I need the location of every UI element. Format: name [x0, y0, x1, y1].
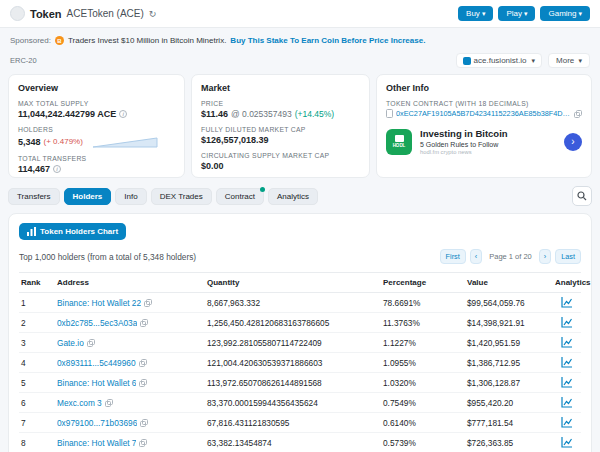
- top-bar: Token ACEToken (ACE) ↻ Buy▾ Play▾ Gaming…: [0, 0, 600, 28]
- price-label: Price: [201, 100, 360, 107]
- address-link[interactable]: Gate.io: [57, 338, 84, 348]
- pagination-next[interactable]: ›: [539, 249, 551, 264]
- tab-transfers[interactable]: Transfers: [8, 188, 60, 205]
- market-title: Market: [201, 83, 360, 93]
- value-cell: $955,420.20: [467, 398, 555, 408]
- table-header: Rank Address Quantity Percentage Value A…: [19, 272, 581, 293]
- copy-icon[interactable]: [139, 439, 147, 447]
- address-link[interactable]: 0x893111...5c449960: [57, 358, 136, 368]
- more-button[interactable]: More ▾: [548, 53, 590, 68]
- quantity-cell: 123,992.281055807114722409: [207, 338, 383, 348]
- tab-info[interactable]: Info: [115, 188, 146, 205]
- line-chart-icon[interactable]: [561, 317, 573, 328]
- website-dropdown[interactable]: ace.fusionist.io ▾: [456, 53, 542, 68]
- max-supply-value: 11,044,242.442799 ACE: [18, 109, 116, 119]
- line-chart-icon[interactable]: [561, 437, 573, 448]
- search-button[interactable]: [572, 186, 592, 206]
- token-holders-chart-button[interactable]: Token Holders Chart: [19, 223, 126, 240]
- tab-holders[interactable]: Holders: [64, 188, 112, 205]
- line-chart-icon[interactable]: [561, 357, 573, 368]
- sponsored-text: Traders Invest $10 Million in Bitcoin Mi…: [68, 36, 226, 45]
- info-icon[interactable]: i: [119, 110, 127, 118]
- value-cell: $726,363.85: [467, 438, 555, 448]
- contract-address-link[interactable]: 0xEC27AF19105A5B7D42341152236AE85b38F4D5…: [396, 109, 571, 118]
- col-address: Address: [57, 278, 207, 287]
- address-link[interactable]: Binance: Hot Wallet 6: [57, 378, 136, 388]
- quantity-cell: 8,667,963.332: [207, 298, 383, 308]
- analytics-cell: [555, 377, 579, 388]
- sponsored-banner: Sponsored: B Traders Invest $10 Million …: [8, 33, 592, 51]
- pagination-first[interactable]: First: [440, 249, 466, 264]
- tab-contract[interactable]: Contract: [216, 188, 264, 205]
- address-cell: Binance: Hot Wallet 7: [57, 438, 207, 448]
- line-chart-icon[interactable]: [561, 297, 573, 308]
- chart-button-label: Token Holders Chart: [40, 227, 118, 236]
- col-analytics: Analytics: [555, 278, 591, 287]
- gaming-button[interactable]: Gaming▾: [540, 6, 590, 21]
- copy-icon[interactable]: [144, 299, 152, 307]
- verified-dot-badge: [260, 187, 265, 192]
- refresh-icon[interactable]: ↻: [149, 9, 157, 19]
- ad-title: Investing in Bitcoin: [420, 128, 556, 139]
- tab-dex-trades[interactable]: DEX Trades: [151, 188, 212, 205]
- chevron-down-icon: ▾: [578, 10, 582, 17]
- address-cell: Gate.io: [57, 338, 207, 348]
- percentage-value: 1.1227%: [383, 338, 453, 348]
- percentage-cell: 1.0955%: [383, 358, 467, 368]
- max-supply-label: Max Total Supply: [18, 100, 175, 107]
- col-percentage: Percentage: [383, 278, 467, 287]
- holders-sparkline: [92, 135, 158, 148]
- quantity-cell: 113,972.650708626144891568: [207, 378, 383, 388]
- holders-table-body: 1 Binance: Hot Wallet 22 8,667,963.332 7…: [19, 293, 581, 452]
- pagination-last[interactable]: Last: [555, 249, 581, 264]
- address-link[interactable]: 0x979100...71b03696: [57, 418, 137, 428]
- tab-analytics[interactable]: Analytics: [268, 188, 318, 205]
- quantity-cell: 1,256,450.428120683163786605: [207, 318, 383, 328]
- quantity-cell: 83,370.000159944356435624: [207, 398, 383, 408]
- copy-icon[interactable]: [140, 419, 148, 427]
- line-chart-icon[interactable]: [561, 397, 573, 408]
- circulating-cap-label: Circulating Supply Market Cap: [201, 152, 360, 159]
- ad-next-button[interactable]: ›: [564, 133, 582, 151]
- address-link[interactable]: 0xb2c785...5ec3A03a: [57, 318, 137, 328]
- transfers-value: 114,467: [18, 164, 50, 174]
- sponsored-link[interactable]: Buy This Stake To Earn Coin Before Price…: [230, 36, 425, 45]
- rank-cell: 5: [21, 378, 57, 388]
- buy-button[interactable]: Buy▾: [458, 6, 493, 21]
- copy-icon[interactable]: [139, 379, 147, 387]
- copy-icon[interactable]: [87, 339, 95, 347]
- analytics-cell: [555, 357, 579, 368]
- address-link[interactable]: Binance: Hot Wallet 22: [57, 298, 141, 308]
- info-icon[interactable]: i: [53, 165, 61, 173]
- percentage-cell: 1.1227%: [383, 338, 467, 348]
- line-chart-icon[interactable]: [561, 417, 573, 428]
- chevron-down-icon: ▾: [578, 57, 582, 64]
- gaming-label: Gaming: [548, 9, 576, 18]
- copy-icon[interactable]: [140, 319, 148, 327]
- value-cell: $99,564,059.76: [467, 298, 555, 308]
- percentage-value: 78.6691%: [383, 298, 453, 308]
- copy-icon[interactable]: [574, 110, 582, 118]
- address-cell: Binance: Hot Wallet 6: [57, 378, 207, 388]
- address-link[interactable]: Mexc.com 3: [57, 398, 102, 408]
- play-button[interactable]: Play▾: [498, 6, 535, 21]
- pagination-prev[interactable]: ‹: [470, 249, 482, 264]
- line-chart-icon[interactable]: [561, 377, 573, 388]
- copy-icon[interactable]: [105, 399, 113, 407]
- ad-banner[interactable]: HODL Investing in Bitcoin 5 Golden Rules…: [386, 126, 582, 157]
- percentage-value: 0.6140%: [383, 418, 453, 428]
- line-chart-icon[interactable]: [561, 337, 573, 348]
- copy-icon[interactable]: [139, 359, 147, 367]
- play-label: Play: [506, 9, 522, 18]
- percentage-cell: 1.0320%: [383, 378, 467, 388]
- pagination-info: Page 1 of 20: [486, 252, 535, 261]
- percentage-cell: 0.7549%: [383, 398, 467, 408]
- sponsored-label: Sponsored:: [10, 36, 51, 45]
- value-cell: $1,386,712.95: [467, 358, 555, 368]
- rank-cell: 1: [21, 298, 57, 308]
- more-label: More: [556, 56, 574, 65]
- address-link[interactable]: Binance: Hot Wallet 7: [57, 438, 136, 448]
- chevron-down-icon: ▾: [532, 57, 536, 65]
- quantity-cell: 121,004.420630539371886603: [207, 358, 383, 368]
- percentage-cell: 78.6691%: [383, 298, 467, 308]
